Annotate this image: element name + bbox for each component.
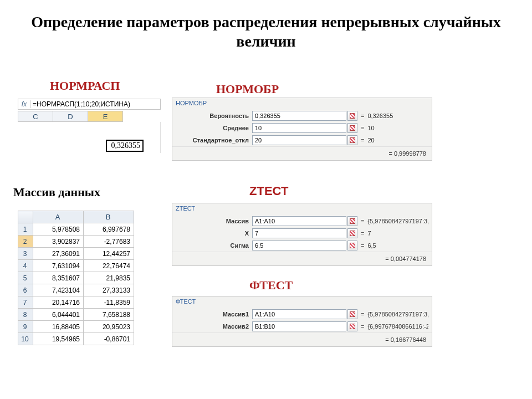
label-data-array: Массив данных — [13, 185, 100, 200]
dialog-title: НОРМОБР — [172, 98, 432, 110]
table-row: 58,35160721,9835 — [18, 272, 134, 284]
arg-resolved: 20 — [367, 137, 428, 144]
arg-label: Стандартное_откл — [176, 137, 252, 144]
table-corner[interactable] — [18, 211, 33, 223]
arg-input[interactable]: 6,5 — [252, 241, 346, 250]
column-headers: C D E — [18, 111, 161, 122]
row-number[interactable]: 6 — [18, 284, 33, 296]
equals-sign: = — [385, 336, 388, 343]
cell[interactable]: 21,9835 — [84, 272, 134, 284]
table-row: 15,9785086,997678 — [18, 223, 134, 236]
equals-sign: = — [357, 137, 367, 144]
col-header[interactable]: C — [18, 111, 53, 122]
row-number[interactable]: 9 — [18, 321, 33, 333]
cell[interactable]: 7,631094 — [33, 260, 84, 272]
equals-sign: = — [357, 242, 367, 249]
arg-row: Массив2 B1:B10 = {6,99767840866116:-2,77… — [172, 320, 432, 332]
table-row: 916,8840520,95023 — [18, 321, 134, 333]
cell[interactable]: 16,88405 — [33, 321, 84, 333]
arg-row: Массив1 A1:A10 = {5,97850842797197:3,902… — [172, 308, 432, 320]
range-picker-icon[interactable] — [347, 321, 357, 331]
result-value: 0,004774178 — [391, 255, 426, 262]
range-picker-icon[interactable] — [347, 241, 357, 250]
table-row: 86,0444017,658188 — [18, 309, 134, 321]
arg-resolved: 0,326355 — [367, 112, 428, 119]
range-picker-icon[interactable] — [347, 216, 357, 226]
cell[interactable]: 7,658188 — [84, 309, 134, 321]
arg-input[interactable]: 20 — [252, 135, 346, 145]
row-number[interactable]: 1 — [18, 223, 33, 236]
col-header[interactable]: D — [53, 111, 88, 122]
arg-input[interactable]: 0,326355 — [252, 111, 346, 121]
row-number[interactable]: 5 — [18, 272, 33, 284]
arg-input[interactable]: 10 — [252, 123, 346, 133]
arg-label: Массив2 — [176, 323, 252, 330]
fx-button[interactable]: fx — [18, 100, 30, 108]
arg-input[interactable]: A1:A10 — [252, 216, 346, 226]
arg-row: Сигма 6,5 = 6,5 — [172, 239, 432, 252]
cell[interactable]: 20,95023 — [84, 321, 134, 333]
cell[interactable]: 6,997678 — [84, 223, 134, 236]
arg-label: X — [176, 230, 252, 237]
label-normobr: НОРМОБР — [216, 82, 279, 96]
cell[interactable]: 22,76474 — [84, 260, 134, 272]
arg-row: X 7 = 7 — [172, 227, 432, 239]
arg-row: Вероятность 0,326355 = 0,326355 — [172, 110, 432, 122]
range-picker-icon[interactable] — [347, 309, 357, 319]
range-picker-icon[interactable] — [347, 123, 357, 133]
equals-sign: = — [357, 230, 367, 237]
equals-sign: = — [388, 150, 392, 157]
col-header[interactable]: A — [33, 211, 84, 223]
row-number[interactable]: 2 — [18, 236, 33, 248]
cell[interactable]: -0,86701 — [84, 333, 134, 345]
col-header[interactable]: B — [84, 211, 134, 223]
arg-input[interactable]: A1:A10 — [252, 309, 346, 319]
row-number[interactable]: 3 — [18, 248, 33, 260]
cell[interactable]: 12,44257 — [84, 248, 134, 260]
arg-resolved: {6,99767840866116:-2,7768316815... — [367, 323, 428, 330]
cell[interactable]: 27,36091 — [33, 248, 84, 260]
col-header-selected[interactable]: E — [88, 111, 123, 122]
cell[interactable]: 20,14716 — [33, 296, 84, 309]
row-number[interactable]: 7 — [18, 296, 33, 309]
cell[interactable]: -2,77683 — [84, 236, 134, 248]
row-number[interactable]: 4 — [18, 260, 33, 272]
row-number[interactable]: 10 — [18, 333, 33, 345]
result-value: 0,166776448 — [391, 336, 426, 343]
cell[interactable]: 19,54965 — [33, 333, 84, 345]
normrasp-result-cell[interactable]: 0,326355 — [106, 140, 144, 152]
table-row: 1019,54965-0,86701 — [18, 333, 134, 345]
dialog-result: = 0,004774178 — [172, 252, 432, 265]
formula-text[interactable]: =НОРМРАСП(1;10;20;ИСТИНА) — [30, 100, 160, 108]
table-row: 47,63109422,76474 — [18, 260, 134, 272]
table-row: 67,42310427,33133 — [18, 284, 134, 296]
cell[interactable]: 3,902837 — [33, 236, 84, 248]
range-picker-icon[interactable] — [347, 228, 357, 238]
cell[interactable]: 5,978508 — [33, 223, 84, 236]
dialog-result: = 0,166776448 — [172, 332, 432, 346]
cell[interactable]: -11,8359 — [84, 296, 134, 309]
equals-sign: = — [357, 218, 367, 224]
arg-resolved: 6,5 — [367, 242, 428, 249]
result-value: 0,99998778 — [394, 150, 426, 157]
range-picker-icon[interactable] — [347, 111, 357, 121]
data-table: A B 15,9785086,997678 23,902837-2,77683 … — [18, 211, 134, 345]
cell[interactable]: 6,044401 — [33, 309, 84, 321]
arg-label: Массив1 — [176, 311, 252, 318]
arg-label: Сигма — [176, 242, 252, 249]
cell[interactable]: 8,351607 — [33, 272, 84, 284]
normrasp-panel: fx =НОРМРАСП(1;10;20;ИСТИНА) C D E 0,326… — [18, 99, 161, 153]
range-picker-icon[interactable] — [347, 135, 357, 145]
equals-sign: = — [385, 255, 388, 262]
table-row: 23,902837-2,77683 — [18, 236, 134, 248]
row-number[interactable]: 8 — [18, 309, 33, 321]
arg-input[interactable]: B1:B10 — [252, 321, 346, 331]
arg-resolved: 10 — [367, 125, 428, 131]
label-ftest: ФТЕСТ — [249, 278, 293, 293]
cell[interactable]: 27,33133 — [84, 284, 134, 296]
arg-input[interactable]: 7 — [252, 228, 346, 238]
cell[interactable]: 7,423104 — [33, 284, 84, 296]
dialog-title: ZТЕСТ — [172, 203, 432, 215]
ftest-dialog: ФТЕСТ Массив1 A1:A10 = {5,97850842797197… — [172, 296, 432, 347]
normobr-dialog: НОРМОБР Вероятность 0,326355 = 0,326355 … — [172, 98, 432, 161]
